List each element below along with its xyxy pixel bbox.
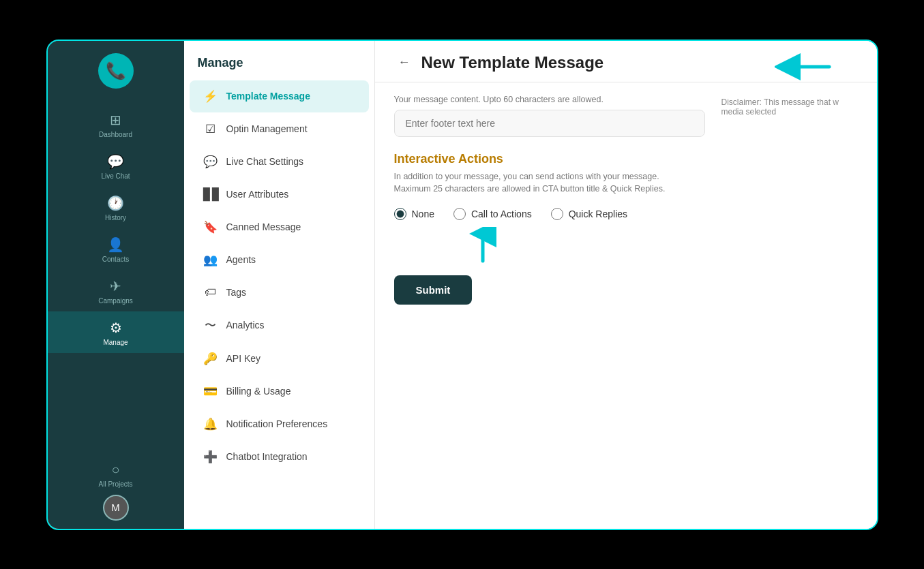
- menu-item-billing-usage[interactable]: 💳 Billing & Usage: [190, 375, 369, 407]
- sidebar-item-campaigns[interactable]: ✈ Campaigns: [48, 270, 184, 311]
- menu-item-tags[interactable]: 🏷 Tags: [190, 277, 369, 308]
- notification-prefs-icon: 🔔: [203, 417, 218, 431]
- radio-quick-replies[interactable]: Quick Replies: [551, 208, 627, 220]
- api-key-icon: 🔑: [203, 352, 218, 366]
- icon-sidebar: 📞 ⊞ Dashboard 💬 Live Chat 🕐 History 👤 Co…: [48, 41, 184, 529]
- radio-cta-input[interactable]: [453, 208, 466, 220]
- app-window: 📞 ⊞ Dashboard 💬 Live Chat 🕐 History 👤 Co…: [46, 40, 878, 530]
- dashboard-icon: ⊞: [110, 112, 121, 128]
- radio-cta-label: Call to Actions: [471, 209, 532, 219]
- dashboard-label: Dashboard: [99, 131, 132, 138]
- analytics-label: Analytics: [226, 320, 265, 330]
- radio-none-label: None: [412, 209, 434, 219]
- template-message-label: Template Message: [226, 91, 310, 102]
- content-body: Your message content. Upto 60 characters…: [375, 82, 877, 529]
- canned-message-icon: 🔖: [203, 220, 218, 234]
- radio-none-input[interactable]: [394, 208, 406, 220]
- api-key-label: API Key: [226, 353, 261, 364]
- optin-management-icon: ☑: [203, 122, 218, 136]
- interactive-actions-heading: Interactive Actions: [394, 152, 705, 166]
- campaigns-icon: ✈: [110, 278, 121, 294]
- manage-icon: ⚙: [110, 320, 122, 336]
- sidebar-item-live-chat[interactable]: 💬 Live Chat: [48, 145, 184, 187]
- menu-item-notification-prefs[interactable]: 🔔 Notification Preferences: [190, 408, 369, 440]
- manage-label: Manage: [103, 339, 128, 346]
- avatar[interactable]: M: [103, 495, 129, 521]
- footer-sub-label: Your message content. Upto 60 characters…: [394, 95, 705, 104]
- analytics-icon: 〜: [203, 318, 218, 333]
- live-chat-icon: 💬: [107, 153, 124, 170]
- menu-item-live-chat-settings[interactable]: 💬 Live Chat Settings: [190, 146, 369, 178]
- menu-item-optin-management[interactable]: ☑ Optin Management: [190, 113, 369, 145]
- sidebar-item-history[interactable]: 🕐 History: [48, 187, 184, 228]
- menu-item-template-message[interactable]: ⚡ Template Message: [190, 80, 369, 112]
- radio-qr-label: Quick Replies: [569, 209, 627, 219]
- main-content: ← New Template Message Your message cont…: [375, 41, 877, 529]
- menu-sidebar: Manage ⚡ Template Message ☑ Optin Manage…: [184, 41, 375, 529]
- menu-item-api-key[interactable]: 🔑 API Key: [190, 343, 369, 375]
- billing-usage-icon: 💳: [203, 384, 218, 399]
- contacts-icon: 👤: [107, 236, 124, 253]
- billing-usage-label: Billing & Usage: [226, 386, 291, 397]
- canned-message-label: Canned Message: [226, 221, 301, 232]
- live-chat-settings-label: Live Chat Settings: [226, 156, 304, 167]
- sidebar-item-manage[interactable]: ⚙ Manage: [48, 311, 184, 353]
- sidebar-item-contacts[interactable]: 👤 Contacts: [48, 228, 184, 270]
- template-message-icon: ⚡: [203, 89, 218, 104]
- user-attributes-icon: ▊▊: [203, 187, 218, 202]
- arrow-annotation: [775, 48, 836, 84]
- user-attributes-label: User Attributes: [226, 189, 289, 200]
- notification-prefs-label: Notification Preferences: [226, 418, 328, 429]
- tags-icon: 🏷: [203, 286, 218, 299]
- page-title: New Template Message: [421, 53, 604, 72]
- radio-none[interactable]: None: [394, 208, 434, 220]
- contacts-label: Contacts: [102, 256, 129, 263]
- submit-button[interactable]: Submit: [394, 275, 473, 305]
- chatbot-integration-label: Chatbot Integration: [226, 451, 308, 462]
- menu-item-chatbot-integration[interactable]: ➕ Chatbot Integration: [190, 441, 369, 473]
- campaigns-label: Campaigns: [98, 297, 133, 305]
- live-chat-label: Live Chat: [101, 172, 130, 180]
- menu-item-user-attributes[interactable]: ▊▊ User Attributes: [190, 179, 369, 211]
- footer-text-input[interactable]: [394, 110, 705, 137]
- chatbot-integration-icon: ➕: [203, 450, 218, 464]
- radio-call-to-actions[interactable]: Call to Actions: [453, 208, 532, 220]
- back-button[interactable]: ←: [394, 54, 415, 71]
- menu-sidebar-title: Manage: [184, 49, 374, 80]
- history-icon: 🕐: [107, 195, 124, 211]
- menu-item-canned-message[interactable]: 🔖 Canned Message: [190, 211, 369, 243]
- all-projects-label: All Projects: [98, 480, 132, 488]
- history-label: History: [105, 214, 126, 221]
- disclaimer-panel: Disclaimer: This message that w media se…: [721, 95, 858, 512]
- interactive-actions-desc: In addition to your message, you can sen…: [394, 170, 705, 196]
- agents-label: Agents: [226, 254, 256, 265]
- nav-bottom: ○ All Projects M: [48, 454, 184, 529]
- sidebar-item-all-projects[interactable]: ○ All Projects: [48, 454, 184, 495]
- logo-icon: 📞: [98, 53, 134, 89]
- menu-item-analytics[interactable]: 〜 Analytics: [190, 309, 369, 342]
- agents-icon: 👥: [203, 253, 218, 267]
- optin-management-label: Optin Management: [226, 123, 308, 134]
- live-chat-settings-icon: 💬: [203, 155, 218, 169]
- sidebar-item-dashboard[interactable]: ⊞ Dashboard: [48, 104, 184, 145]
- radio-group: None Call to Actions Quick Replies: [394, 208, 705, 220]
- main-form: Your message content. Upto 60 characters…: [394, 95, 705, 512]
- nav-items: ⊞ Dashboard 💬 Live Chat 🕐 History 👤 Cont…: [48, 98, 184, 454]
- upward-arrow-annotation: [462, 227, 503, 264]
- radio-qr-input[interactable]: [551, 208, 563, 220]
- all-projects-icon: ○: [111, 462, 119, 478]
- tags-label: Tags: [226, 287, 247, 298]
- menu-item-agents[interactable]: 👥 Agents: [190, 244, 369, 276]
- disclaimer-text: Disclaimer: This message that w media se…: [721, 97, 839, 117]
- logo-area: 📞: [48, 41, 184, 98]
- topbar: ← New Template Message: [375, 41, 877, 82]
